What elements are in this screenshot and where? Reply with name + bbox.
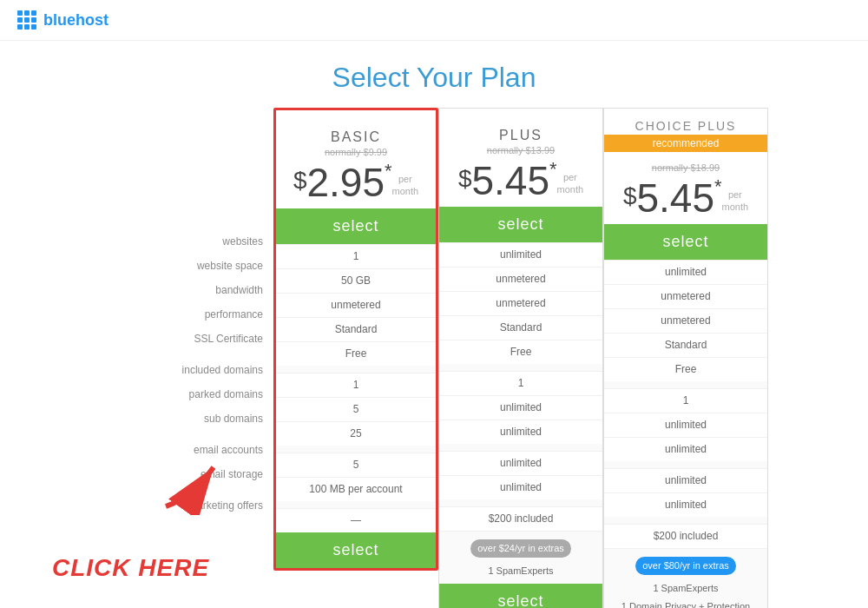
plus-bottom-select-button[interactable]: select xyxy=(439,584,602,608)
basic-ssl: Free xyxy=(276,341,436,366)
basic-header: BASIC normally $9.99 $2.95*permonth xyxy=(276,110,436,208)
basic-per: permonth xyxy=(392,173,419,198)
basic-plan-name: BASIC xyxy=(283,121,429,147)
label-performance: performance xyxy=(100,302,263,327)
plus-bandwidth: unmetered xyxy=(439,291,602,315)
plus-features: unlimited unmetered unmetered Standard F… xyxy=(439,242,602,531)
basic-price: $2.95*permonth xyxy=(283,157,429,208)
label-sub-domains: sub domains xyxy=(100,406,263,431)
label-ssl: SSL Certificate xyxy=(100,327,263,351)
cp-email-storage: unlimited xyxy=(604,492,767,517)
basic-included-domains: 1 xyxy=(276,373,436,397)
cp-website-space: unmetered xyxy=(604,284,767,308)
plan-basic: BASIC normally $9.99 $2.95*permonth sele… xyxy=(273,108,438,571)
logo-text: bluehost xyxy=(43,11,108,30)
cp-domain-privacy: 1 Domain Privacy + Protection xyxy=(604,598,767,608)
basic-email-storage: 100 MB per account xyxy=(276,477,436,501)
choice-plus-per: permonth xyxy=(722,188,749,214)
plus-website-space: unmetered xyxy=(439,267,602,291)
cp-spamexperts: 1 SpamExperts xyxy=(604,579,767,598)
basic-amount: 2.95 xyxy=(306,160,385,205)
plus-ssl: Free xyxy=(439,340,602,364)
cp-performance: Standard xyxy=(604,333,767,357)
plus-parked-domains: unlimited xyxy=(439,395,602,420)
plus-extras-badge: over $24/yr in extras xyxy=(439,535,602,562)
plus-performance: Standard xyxy=(439,315,602,340)
basic-email-accounts: 5 xyxy=(276,453,436,477)
cta-section: CLICK HERE xyxy=(52,506,209,582)
cp-email-accounts: unlimited xyxy=(604,468,767,492)
cp-extras: over $80/yr in extras 1 SpamExperts 1 Do… xyxy=(604,548,767,608)
plus-marketing: $200 included xyxy=(439,506,602,531)
basic-features: 1 50 GB unmetered Standard Free 1 5 25 5… xyxy=(276,244,436,532)
plus-header: PLUS normally $13.99 $5.45*permonth xyxy=(439,109,602,207)
plus-price: $5.45*permonth xyxy=(446,155,595,207)
choice-plus-dollar: $ xyxy=(623,183,637,210)
cp-included-domains: 1 xyxy=(604,388,767,413)
basic-website-space: 50 GB xyxy=(276,268,436,293)
choice-plus-amount: 5.45 xyxy=(636,175,714,221)
plus-amount: 5.45 xyxy=(471,158,549,203)
page-title: Select Your Plan xyxy=(0,41,868,108)
choice-plus-price: $5.45*permonth xyxy=(611,173,760,224)
plus-dollar: $ xyxy=(458,166,472,193)
label-included-domains: included domains xyxy=(100,358,263,382)
plan-choice-plus: normally $18.99 $5.45*permonth select un… xyxy=(603,152,768,608)
cp-websites: unlimited xyxy=(604,260,767,284)
plus-per: permonth xyxy=(557,171,584,196)
plus-asterisk: * xyxy=(549,158,557,180)
choice-plus-header: normally $18.99 $5.45*permonth xyxy=(604,152,767,224)
cp-parked-domains: unlimited xyxy=(604,413,767,437)
basic-asterisk: * xyxy=(385,160,392,182)
arrow-icon xyxy=(157,454,227,515)
plus-sub-domains: unlimited xyxy=(439,420,602,444)
basic-bandwidth: unmetered xyxy=(276,293,436,317)
plus-email-storage: unlimited xyxy=(439,475,602,499)
choice-plus-select-button[interactable]: select xyxy=(604,224,767,260)
plan-plus: PLUS normally $13.99 $5.45*permonth sele… xyxy=(438,108,603,608)
plan-choice-plus-wrapper: CHOICE PLUS recommended normally $18.99 … xyxy=(603,108,768,608)
choice-plus-title: CHOICE PLUS xyxy=(604,117,767,135)
cp-extras-badge: over $80/yr in extras xyxy=(604,552,767,579)
cp-ssl: Free xyxy=(604,357,767,381)
label-website-space: website space xyxy=(100,254,263,278)
cp-bandwidth: unmetered xyxy=(604,308,767,333)
choice-plus-features: unlimited unmetered unmetered Standard F… xyxy=(604,260,767,548)
logo-grid-icon xyxy=(17,10,36,30)
page-header: bluehost xyxy=(0,0,868,41)
cp-sub-domains: unlimited xyxy=(604,437,767,461)
click-here-label: CLICK HERE xyxy=(52,554,209,582)
plus-spamexperts: 1 SpamExperts xyxy=(439,562,602,580)
basic-performance: Standard xyxy=(276,317,436,341)
label-bandwidth: bandwidth xyxy=(100,278,263,302)
plus-normal-price: normally $13.99 xyxy=(446,145,595,155)
choice-plus-asterisk: * xyxy=(714,175,722,197)
recommended-badge: recommended xyxy=(604,135,767,152)
plus-websites: unlimited xyxy=(439,242,602,267)
basic-sub-domains: 25 xyxy=(276,421,436,446)
basic-normal-price: normally $9.99 xyxy=(283,147,429,157)
choice-plus-normal-price: normally $18.99 xyxy=(611,162,760,173)
basic-websites: 1 xyxy=(276,244,436,268)
basic-select-button[interactable]: select xyxy=(276,208,436,244)
label-parked-domains: parked domains xyxy=(100,382,263,406)
plus-extras: over $24/yr in extras 1 SpamExperts xyxy=(439,531,602,585)
label-websites: websites xyxy=(100,229,263,254)
plus-select-button[interactable]: select xyxy=(439,207,602,242)
basic-marketing: — xyxy=(276,508,436,532)
basic-bottom-select-button[interactable]: select xyxy=(276,532,436,568)
basic-parked-domains: 5 xyxy=(276,397,436,421)
basic-dollar: $ xyxy=(293,168,307,195)
plus-email-accounts: unlimited xyxy=(439,451,602,475)
plus-plan-name: PLUS xyxy=(446,119,595,145)
cp-marketing: $200 included xyxy=(604,524,767,548)
plus-included-domains: 1 xyxy=(439,371,602,395)
